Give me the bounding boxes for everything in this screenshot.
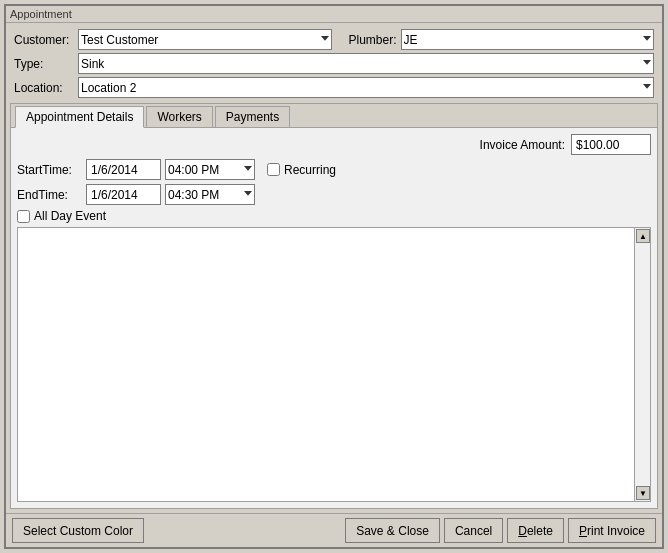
plumber-label: Plumber: — [342, 33, 397, 47]
plumber-select[interactable]: JE — [401, 29, 655, 50]
window-title: Appointment — [10, 8, 72, 20]
recurring-row: Recurring — [267, 163, 336, 177]
footer-bar: Select Custom Color Save & Close Cancel … — [6, 513, 662, 547]
save-close-button[interactable]: Save & Close — [345, 518, 440, 543]
end-time-select[interactable]: 04:30 PM — [165, 184, 255, 205]
all-day-checkbox[interactable] — [17, 210, 30, 223]
end-date-input[interactable] — [86, 184, 161, 205]
location-label: Location: — [14, 81, 74, 95]
scroll-down-button[interactable]: ▼ — [636, 486, 650, 500]
start-time-row: StartTime: 04:00 PM Recurring — [17, 159, 651, 180]
invoice-input[interactable] — [571, 134, 651, 155]
start-time-label: StartTime: — [17, 163, 82, 177]
customer-label: Customer: — [14, 33, 74, 47]
all-day-row: All Day Event — [17, 209, 651, 223]
print-invoice-button[interactable]: Print Invoice — [568, 518, 656, 543]
recurring-label: Recurring — [284, 163, 336, 177]
tab-appointment-details[interactable]: Appointment Details — [15, 106, 144, 128]
tab-workers[interactable]: Workers — [146, 106, 212, 127]
type-row: Type: Sink — [14, 53, 654, 74]
invoice-label: Invoice Amount: — [480, 138, 565, 152]
appointment-window: Appointment Customer: Test Customer Plum… — [4, 4, 664, 549]
location-row: Location: Location 2 — [14, 77, 654, 98]
recurring-checkbox[interactable] — [267, 163, 280, 176]
start-time-select[interactable]: 04:00 PM — [165, 159, 255, 180]
customer-plumber-row: Customer: Test Customer Plumber: JE — [14, 29, 654, 50]
scroll-track — [635, 244, 650, 485]
notes-textarea[interactable] — [18, 228, 632, 501]
end-time-row: EndTime: 04:30 PM — [17, 184, 651, 205]
cancel-button[interactable]: Cancel — [444, 518, 503, 543]
scrollbar: ▲ ▼ — [634, 228, 650, 501]
delete-button[interactable]: Delete — [507, 518, 564, 543]
window-titlebar: Appointment — [6, 6, 662, 23]
form-fields: Customer: Test Customer Plumber: JE Type… — [10, 27, 658, 100]
start-date-input[interactable] — [86, 159, 161, 180]
notes-area: ▲ ▼ — [17, 227, 651, 502]
tabs-header: Appointment Details Workers Payments — [11, 104, 657, 128]
invoice-row: Invoice Amount: — [17, 134, 651, 155]
end-time-label: EndTime: — [17, 188, 82, 202]
customer-select[interactable]: Test Customer — [78, 29, 332, 50]
select-custom-color-button[interactable]: Select Custom Color — [12, 518, 144, 543]
tab-appointment-details-content: Invoice Amount: StartTime: 04:00 PM Recu… — [11, 128, 657, 508]
location-select[interactable]: Location 2 — [78, 77, 654, 98]
tabs-area: Appointment Details Workers Payments Inv… — [10, 103, 658, 509]
type-select[interactable]: Sink — [78, 53, 654, 74]
scroll-up-button[interactable]: ▲ — [636, 229, 650, 243]
window-body: Customer: Test Customer Plumber: JE Type… — [6, 23, 662, 513]
all-day-label: All Day Event — [34, 209, 106, 223]
type-label: Type: — [14, 57, 74, 71]
tab-payments[interactable]: Payments — [215, 106, 290, 127]
